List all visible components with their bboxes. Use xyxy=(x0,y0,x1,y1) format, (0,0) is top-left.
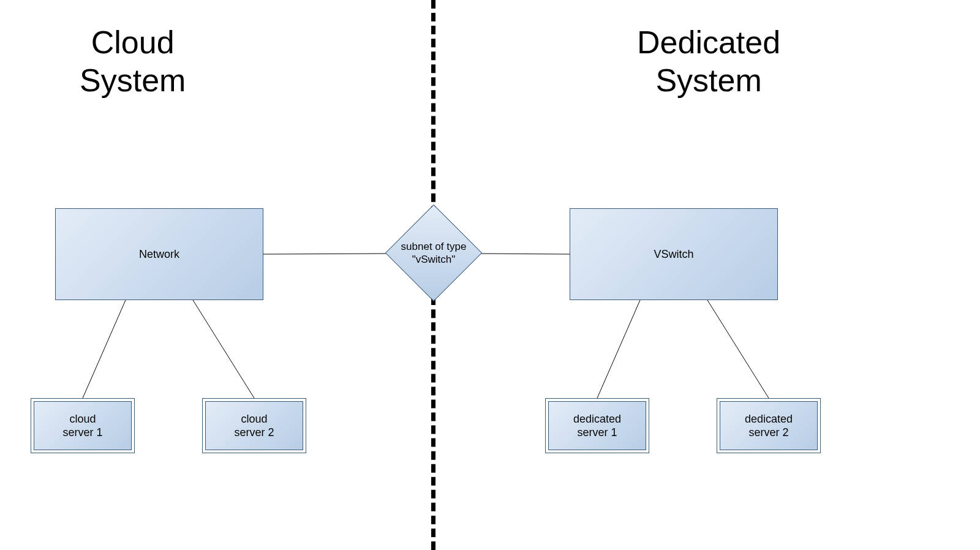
server-label: cloud server 1 xyxy=(62,412,102,440)
node-cloud-server-2: cloud server 2 xyxy=(205,401,303,450)
title-cloud-system: Cloud System xyxy=(80,23,186,100)
svg-line-1 xyxy=(481,254,570,254)
node-dedicated-server-1: dedicated server 1 xyxy=(548,401,646,450)
title-line: System xyxy=(655,62,761,98)
title-line: Cloud xyxy=(91,24,175,60)
svg-line-5 xyxy=(707,300,769,398)
node-label: Network xyxy=(139,248,179,261)
node-cloud-server-1: cloud server 1 xyxy=(34,401,132,450)
svg-line-0 xyxy=(263,254,386,254)
diamond-label: subnet of type "vSwitch" xyxy=(386,205,481,301)
node-vswitch: VSwitch xyxy=(570,208,778,300)
server-label: dedicated server 1 xyxy=(573,412,621,440)
node-dedicated-server-2: dedicated server 2 xyxy=(720,401,818,450)
svg-line-2 xyxy=(83,300,126,398)
node-subnet-diamond: subnet of type "vSwitch" xyxy=(386,205,481,301)
svg-line-4 xyxy=(597,300,640,398)
title-dedicated-system: Dedicated System xyxy=(637,23,780,100)
server-label: dedicated server 2 xyxy=(745,412,793,440)
title-line: Dedicated xyxy=(637,24,780,60)
node-network: Network xyxy=(55,208,263,300)
server-label: cloud server 2 xyxy=(234,412,274,440)
node-label: VSwitch xyxy=(654,248,693,261)
title-line: System xyxy=(80,62,186,98)
svg-line-3 xyxy=(193,300,254,398)
